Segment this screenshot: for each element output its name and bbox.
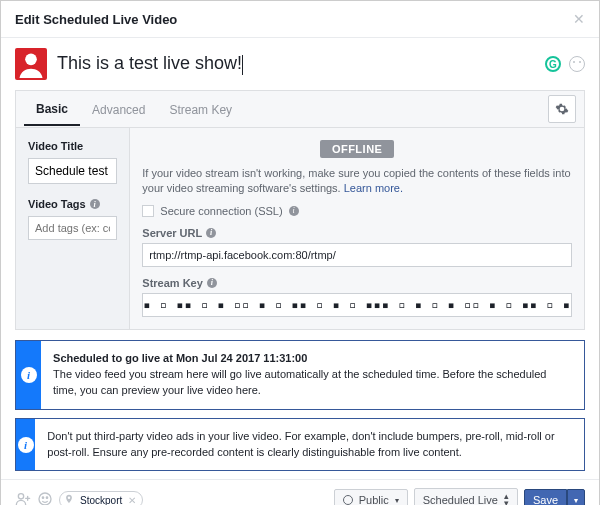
status-label: Scheduled Live xyxy=(423,494,498,505)
policy-callout: i Don't put third-party video ads in you… xyxy=(15,418,585,472)
info-icon[interactable]: i xyxy=(90,199,100,209)
dialog-footer: Stockport ✕ Public ▾ Scheduled Live ▴▾ S… xyxy=(1,479,599,505)
save-button[interactable]: Save xyxy=(524,489,567,505)
svg-point-2 xyxy=(39,493,51,505)
right-column: OFFLINE If your video stream isn't worki… xyxy=(130,128,584,329)
video-tags-input[interactable] xyxy=(28,216,117,240)
scheduled-heading: Scheduled to go live at Mon Jul 24 2017 … xyxy=(53,352,307,364)
svg-point-0 xyxy=(25,54,37,66)
save-dropdown-button[interactable]: ▾ xyxy=(567,489,585,505)
tab-bar: Basic Advanced Stream Key xyxy=(16,91,584,128)
sort-icon: ▴▾ xyxy=(504,493,509,505)
svg-point-1 xyxy=(18,494,23,499)
stream-status-badge: OFFLINE xyxy=(320,140,395,158)
info-icon[interactable]: i xyxy=(207,278,217,288)
location-pin-icon xyxy=(64,493,74,505)
dialog-title: Edit Scheduled Live Video xyxy=(15,12,177,27)
compose-row: This is a test live show! G xyxy=(1,38,599,90)
scheduled-callout: i Scheduled to go live at Mon Jul 24 201… xyxy=(15,340,585,410)
remove-location-icon[interactable]: ✕ xyxy=(128,495,136,505)
video-title-label: Video Title xyxy=(28,140,117,152)
info-icon: i xyxy=(18,437,34,453)
ssl-label: Secure connection (SSL) xyxy=(160,205,282,217)
status-button[interactable]: Scheduled Live ▴▾ xyxy=(414,488,518,505)
feeling-icon[interactable] xyxy=(37,491,53,505)
tab-basic[interactable]: Basic xyxy=(24,92,80,126)
grammarly-icon[interactable]: G xyxy=(545,56,561,72)
video-title-input[interactable] xyxy=(28,158,117,184)
info-icon[interactable]: i xyxy=(289,206,299,216)
policy-body: Don't put third-party video ads in your … xyxy=(47,430,554,458)
tag-people-icon[interactable] xyxy=(15,491,31,505)
location-label: Stockport xyxy=(80,495,122,505)
stream-key-field[interactable]: ▪ ▫ ▪▪ ▫ ▪ ▫▫ ▪ ▫ ▪▪ ▫ ▪ ▫ ▪▪▪ ▫ ▪ ▫ ▪ ▫… xyxy=(142,293,572,317)
settings-panel: Basic Advanced Stream Key Video Title Vi… xyxy=(15,90,585,330)
chevron-down-icon: ▾ xyxy=(574,496,578,505)
server-url-label: Server URLi xyxy=(142,227,572,239)
privacy-button[interactable]: Public ▾ xyxy=(334,489,408,505)
status-text-value: This is a test live show! xyxy=(57,53,242,73)
scheduled-body: The video feed you stream here will go l… xyxy=(53,368,546,396)
svg-point-4 xyxy=(46,497,47,498)
location-chip[interactable]: Stockport ✕ xyxy=(59,491,143,505)
save-label: Save xyxy=(533,494,558,505)
ssl-checkbox[interactable] xyxy=(142,205,154,217)
dialog-titlebar: Edit Scheduled Live Video ✕ xyxy=(1,1,599,38)
tab-stream-key[interactable]: Stream Key xyxy=(157,93,244,125)
stream-key-label: Stream Keyi xyxy=(142,277,572,289)
video-tags-label: Video Tagsi xyxy=(28,198,117,210)
close-icon[interactable]: ✕ xyxy=(573,11,585,27)
avatar xyxy=(15,48,47,80)
emoji-picker-icon[interactable] xyxy=(569,56,585,72)
status-text-input[interactable]: This is a test live show! xyxy=(57,53,535,74)
chevron-down-icon: ▾ xyxy=(395,496,399,505)
privacy-label: Public xyxy=(359,494,389,505)
globe-icon xyxy=(343,495,353,505)
edit-live-video-dialog: Edit Scheduled Live Video ✕ This is a te… xyxy=(0,0,600,505)
gear-icon[interactable] xyxy=(548,95,576,123)
server-url-field[interactable] xyxy=(142,243,572,267)
tab-advanced[interactable]: Advanced xyxy=(80,93,157,125)
left-column: Video Title Video Tagsi xyxy=(16,128,130,329)
info-icon[interactable]: i xyxy=(206,228,216,238)
svg-point-3 xyxy=(42,497,43,498)
learn-more-link[interactable]: Learn more. xyxy=(344,182,403,194)
info-icon: i xyxy=(21,367,37,383)
stream-help-text: If your video stream isn't working, make… xyxy=(142,166,572,197)
